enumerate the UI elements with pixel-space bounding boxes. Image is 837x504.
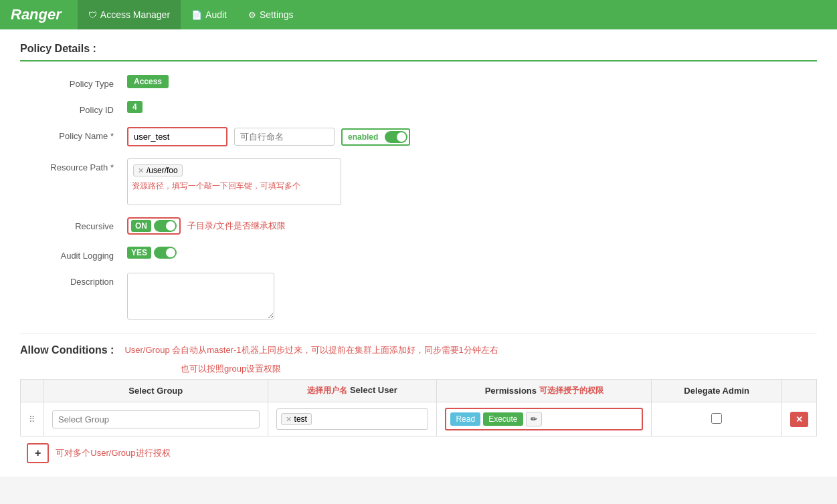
nav-access-manager[interactable]: 🛡 Access Manager bbox=[78, 0, 181, 29]
select-user-box[interactable]: ✕ test bbox=[276, 408, 429, 430]
nav-settings[interactable]: ⚙ Settings bbox=[238, 0, 304, 29]
add-condition-note: 可对多个User/Group进行授权 bbox=[56, 447, 170, 459]
table-row: ⠿ ✕ test bbox=[21, 402, 817, 436]
audit-yes-label: YES bbox=[127, 247, 151, 259]
perm-read-button[interactable]: Read bbox=[450, 412, 480, 426]
nav-access-manager-label: Access Manager bbox=[100, 9, 170, 20]
recursive-switch[interactable] bbox=[154, 220, 177, 232]
description-row: Description bbox=[20, 273, 817, 320]
policy-name-control: enabled bbox=[127, 127, 817, 146]
resource-path-label: Resource Path * bbox=[20, 158, 127, 172]
recursive-toggle-wrapper[interactable]: ON bbox=[127, 217, 181, 235]
policy-type-label: Policy Type bbox=[20, 75, 127, 89]
audit-icon: 📄 bbox=[191, 10, 202, 20]
user-tag-remove[interactable]: ✕ bbox=[286, 415, 292, 424]
row-action-cell: ✕ bbox=[782, 402, 817, 436]
policy-enabled-switch[interactable] bbox=[385, 131, 407, 143]
allow-conditions-note: User/Group 会自动从master-1机器上同步过来，可以提前在集群上面… bbox=[124, 344, 498, 356]
policy-id-row: Policy ID 4 bbox=[20, 101, 817, 115]
add-button-wrapper: + 可对多个User/Group进行授权 bbox=[27, 443, 817, 463]
col-user-header: 选择用户名 Select User bbox=[268, 380, 437, 402]
resource-tag-value: /user/foo bbox=[147, 166, 178, 175]
col-delegate-header: Delegate Admin bbox=[652, 380, 782, 402]
resource-path-tag: ✕ /user/foo bbox=[133, 164, 183, 176]
user-tag-value: test bbox=[294, 414, 307, 424]
policy-name-row: Policy Name * enabled bbox=[20, 127, 817, 146]
nav-audit[interactable]: 📄 Audit bbox=[181, 0, 238, 29]
row-delegate-cell bbox=[652, 402, 782, 436]
policy-type-control: Access bbox=[127, 75, 817, 88]
conditions-table-head: Select Group 选择用户名 Select User Permissio… bbox=[21, 380, 817, 402]
add-condition-button[interactable]: + bbox=[27, 443, 49, 463]
allow-conditions-title: Allow Conditions : bbox=[20, 344, 114, 356]
row-user-cell: ✕ test bbox=[268, 402, 437, 436]
policy-name-input[interactable] bbox=[127, 127, 227, 146]
col-group-header: Select Group bbox=[44, 380, 268, 402]
resource-path-placeholder: 资源路径，填写一个敲一下回车键，可填写多个 bbox=[132, 180, 337, 192]
conditions-table-body: ⠿ ✕ test bbox=[21, 402, 817, 436]
policy-details-title: Policy Details : bbox=[20, 43, 817, 61]
col-permissions-header: Permissions 可选择授予的权限 bbox=[437, 380, 652, 402]
policy-type-badge: Access bbox=[127, 75, 169, 88]
audit-logging-row: Audit Logging YES bbox=[20, 247, 817, 261]
recursive-row: Recursive ON 子目录/文件是否继承权限 bbox=[20, 217, 817, 235]
policy-name-custom-input[interactable] bbox=[234, 128, 335, 146]
navbar: Ranger 🛡 Access Manager 📄 Audit ⚙ Settin… bbox=[0, 0, 837, 29]
select-group-input[interactable] bbox=[52, 410, 260, 428]
delete-row-button[interactable]: ✕ bbox=[790, 412, 808, 427]
recursive-label: Recursive bbox=[20, 217, 127, 231]
policy-type-row: Policy Type Access bbox=[20, 75, 817, 89]
audit-logging-toggle[interactable]: YES bbox=[127, 247, 177, 259]
description-control bbox=[127, 273, 817, 320]
brand-logo: Ranger bbox=[11, 6, 62, 23]
settings-icon: ⚙ bbox=[248, 10, 256, 20]
conditions-table-header-row: Select Group 选择用户名 Select User Permissio… bbox=[21, 380, 817, 402]
perm-execute-button[interactable]: Execute bbox=[483, 412, 523, 426]
shield-icon: 🛡 bbox=[88, 10, 97, 20]
policy-id-badge: 4 bbox=[127, 101, 143, 113]
row-permissions-cell: Read Execute ✏ bbox=[437, 402, 652, 436]
allow-conditions-header: Allow Conditions : User/Group 会自动从master… bbox=[20, 344, 817, 356]
resource-path-control: ✕ /user/foo 资源路径，填写一个敲一下回车键，可填写多个 bbox=[127, 158, 817, 205]
audit-logging-control: YES bbox=[127, 247, 817, 259]
row-group-cell bbox=[44, 402, 268, 436]
policy-id-control: 4 bbox=[127, 101, 817, 113]
user-tag: ✕ test bbox=[281, 413, 312, 425]
policy-enabled-label: enabled bbox=[343, 130, 383, 144]
drag-handle-icon: ⠿ bbox=[29, 414, 35, 424]
conditions-table: Select Group 选择用户名 Select User Permissio… bbox=[20, 379, 817, 436]
recursive-on-label: ON bbox=[131, 220, 151, 232]
resource-tag-remove[interactable]: ✕ bbox=[138, 166, 144, 175]
group-note: 也可以按照group设置权限 bbox=[181, 363, 817, 375]
nav-settings-label: Settings bbox=[260, 9, 294, 20]
permissions-box: Read Execute ✏ bbox=[445, 408, 643, 430]
audit-logging-label: Audit Logging bbox=[20, 247, 127, 261]
col-handle-header bbox=[21, 380, 44, 402]
audit-yes-switch[interactable] bbox=[154, 247, 177, 259]
row-handle[interactable]: ⠿ bbox=[21, 402, 44, 436]
col-action-header bbox=[782, 380, 817, 402]
allow-conditions-section: Allow Conditions : User/Group 会自动从master… bbox=[20, 333, 817, 463]
delegate-admin-checkbox[interactable] bbox=[711, 413, 722, 424]
policy-enabled-toggle[interactable]: enabled bbox=[341, 128, 410, 146]
recursive-annotation: 子目录/文件是否继承权限 bbox=[187, 220, 286, 232]
policy-id-label: Policy ID bbox=[20, 101, 127, 115]
resource-path-row: Resource Path * ✕ /user/foo 资源路径，填写一个敲一下… bbox=[20, 158, 817, 205]
resource-path-box[interactable]: ✕ /user/foo 资源路径，填写一个敲一下回车键，可填写多个 bbox=[127, 158, 341, 205]
description-label: Description bbox=[20, 273, 127, 287]
edit-pencil-icon: ✏ bbox=[531, 414, 537, 424]
recursive-control: ON 子目录/文件是否继承权限 bbox=[127, 217, 817, 235]
description-textarea[interactable] bbox=[127, 273, 274, 320]
perm-edit-button[interactable]: ✏ bbox=[526, 412, 542, 426]
policy-name-label: Policy Name * bbox=[20, 127, 127, 141]
nav-audit-label: Audit bbox=[205, 9, 227, 20]
main-content: Policy Details : Policy Type Access Poli… bbox=[0, 29, 837, 477]
